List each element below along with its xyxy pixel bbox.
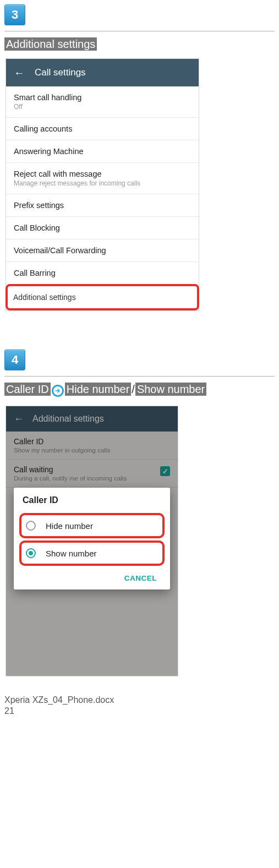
row-label: Call Blocking	[14, 223, 191, 232]
row-label: Additional settings	[13, 293, 192, 302]
arrow-right-icon	[52, 385, 64, 397]
option-label: Hide number	[46, 521, 93, 531]
footer-filename: Xperia XZs_04_Phone.docx	[4, 695, 275, 705]
option-label: Show number	[46, 549, 97, 558]
option-hide-number[interactable]: Hide number	[19, 513, 165, 538]
caller-id-dialog: Caller ID Hide number Show number CANCEL	[14, 488, 170, 589]
cancel-button[interactable]: CANCEL	[121, 574, 160, 583]
row-sublabel: Off	[14, 103, 191, 111]
row-call-blocking[interactable]: Call Blocking	[6, 217, 199, 239]
page-number: 21	[4, 706, 275, 716]
appbar-title: Call settings	[35, 67, 86, 78]
dialog-title: Caller ID	[19, 494, 165, 511]
row-prefix-settings[interactable]: Prefix settings	[6, 194, 199, 217]
radio-unselected-icon	[26, 521, 36, 531]
row-label: Smart call handling	[14, 93, 191, 102]
divider	[4, 376, 275, 376]
screenshot-caller-id-dialog: ← Additional settings Caller ID Show my …	[6, 406, 178, 676]
row-label: Reject call with message	[14, 170, 191, 178]
row-answering-machine[interactable]: Answering Machine	[6, 140, 199, 163]
row-label: Calling accounts	[14, 124, 191, 133]
step4-title-part3: Show number	[135, 383, 206, 396]
row-label: Prefix settings	[14, 201, 191, 210]
appbar: ← Call settings	[6, 59, 199, 86]
slash: /	[131, 383, 135, 395]
row-call-barring[interactable]: Call Barring	[6, 262, 199, 285]
row-sublabel: Manage reject messages for incoming call…	[14, 179, 191, 187]
row-voicemail-forwarding[interactable]: Voicemail/Call Forwarding	[6, 239, 199, 262]
option-show-number[interactable]: Show number	[19, 541, 165, 566]
row-label: Voicemail/Call Forwarding	[14, 246, 191, 255]
divider	[4, 31, 275, 31]
step4-title-part1: Caller ID	[4, 383, 51, 396]
step4-title-part2: Hide number	[65, 383, 132, 396]
back-arrow-icon[interactable]: ←	[14, 67, 25, 79]
row-smart-call-handling[interactable]: Smart call handling Off	[6, 86, 199, 118]
row-label: Call Barring	[14, 269, 191, 277]
screenshot-call-settings: ← Call settings Smart call handling Off …	[6, 58, 199, 311]
step-badge-3: 3	[4, 4, 25, 25]
step-badge-4: 4	[4, 350, 25, 370]
row-additional-settings-highlighted[interactable]: Additional settings	[6, 284, 199, 310]
row-reject-call-with-message[interactable]: Reject call with message Manage reject m…	[6, 163, 199, 194]
row-calling-accounts[interactable]: Calling accounts	[6, 118, 199, 140]
row-label: Answering Machine	[14, 147, 191, 156]
radio-selected-icon	[26, 548, 36, 558]
step3-title: Additional settings	[4, 37, 97, 51]
